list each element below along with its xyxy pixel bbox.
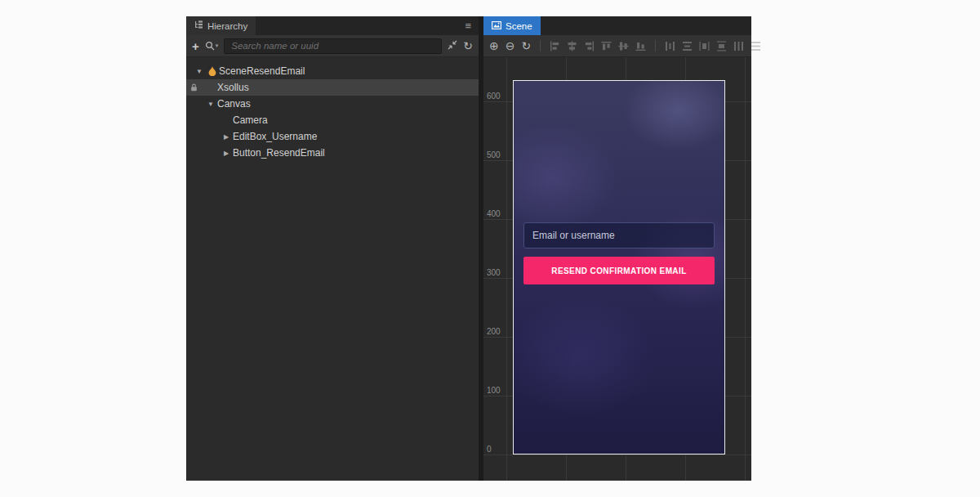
tab-scene[interactable]: Scene [483,16,541,35]
tree-row-camera[interactable]: Camera [186,112,479,128]
scene-node-icon [206,66,219,76]
ruler-label: 500 [487,150,501,159]
tree-row-label: EditBox_Username [233,131,317,142]
align-center-h-icon[interactable] [567,41,577,51]
tree-row-label: SceneResendEmail [219,65,305,77]
ruler-label: 400 [487,209,501,218]
zoom-in-icon[interactable]: ⊕ [489,40,499,51]
search-input[interactable] [224,38,442,54]
distribute-v-icon[interactable] [682,41,693,51]
scene-toolbar: ⊕ ⊖ ↻ [483,35,751,57]
hierarchy-icon [194,20,203,31]
collapse-all-icon[interactable] [448,40,457,51]
toolbar-divider [655,40,656,51]
space-h-icon[interactable] [699,41,710,51]
align-bottom-icon[interactable] [635,41,646,51]
expander-icon[interactable]: ▶ [220,150,233,157]
tree-row-label: Canvas [217,98,251,110]
tree-row-label: Xsollus [217,82,249,93]
align-center-v-icon[interactable] [618,41,629,51]
reset-view-icon[interactable]: ↻ [521,40,531,51]
align-left-icon[interactable] [550,41,560,51]
expander-icon[interactable]: ▼ [193,68,206,75]
create-node-button[interactable]: + [192,40,199,52]
tree-row-xsollus[interactable]: Xsollus [186,79,479,96]
refresh-icon[interactable]: ↻ [463,40,473,51]
tab-hierarchy[interactable]: Hierarchy [186,16,256,35]
chevron-down-icon: ▾ [216,43,219,49]
ruler-label: 200 [487,327,501,336]
tree-row-scene[interactable]: ▼ SceneResendEmail [186,63,479,79]
tab-hierarchy-label: Hierarchy [207,21,247,31]
align-right-icon[interactable] [584,41,595,51]
tab-scene-label: Scene [506,21,532,31]
align-top-icon[interactable] [601,41,612,51]
tree-row-label: Camera [233,114,268,126]
tree-row-canvas[interactable]: ▼ Canvas [186,96,479,112]
button-resend-email[interactable]: RESEND CONFIRMATION EMAIL [523,257,715,284]
panel-menu-icon[interactable]: ≡ [465,16,471,35]
ruler-label: 600 [487,92,501,101]
ruler-label: 0 [487,445,492,454]
ruler-label: 100 [487,386,501,395]
tree-row-label: Button_ResendEmail [233,147,325,159]
hierarchy-panel: Hierarchy ≡ + ▾ ↻ ▼ [186,16,479,481]
expander-icon[interactable]: ▼ [204,101,217,108]
editor-window: Hierarchy ≡ + ▾ ↻ ▼ [186,16,751,481]
tree-row-editbox[interactable]: ▶ EditBox_Username [186,128,479,145]
hierarchy-toolbar: + ▾ ↻ [186,35,479,57]
hierarchy-tree: ▼ SceneResendEmail Xsollus [186,57,479,481]
distribute-h-icon[interactable] [665,41,675,51]
zoom-out-icon[interactable]: ⊖ [506,40,515,51]
scene-header: Scene [483,16,751,35]
ruler-label: 300 [487,268,501,277]
tree-row-button[interactable]: ▶ Button_ResendEmail [186,145,479,161]
search-filter-button[interactable]: ▾ [205,41,219,51]
space-v-icon[interactable] [716,41,727,51]
editbox-username[interactable]: Email or username [523,222,715,248]
scene-panel: Scene ⊕ ⊖ ↻ [483,16,751,481]
expander-icon[interactable]: ▶ [220,133,233,141]
scene-viewport[interactable]: 600 500 400 300 200 100 0 Email or usern… [483,57,751,481]
hierarchy-header: Hierarchy ≡ [186,16,479,35]
design-canvas[interactable]: Email or username RESEND CONFIRMATION EM… [513,80,725,454]
search-icon [205,41,215,51]
toolbar-divider [540,40,541,51]
lock-icon[interactable] [190,83,198,92]
scene-tab-icon [492,21,501,31]
expand-h-icon[interactable] [733,41,744,51]
expand-v-icon[interactable] [751,41,761,51]
